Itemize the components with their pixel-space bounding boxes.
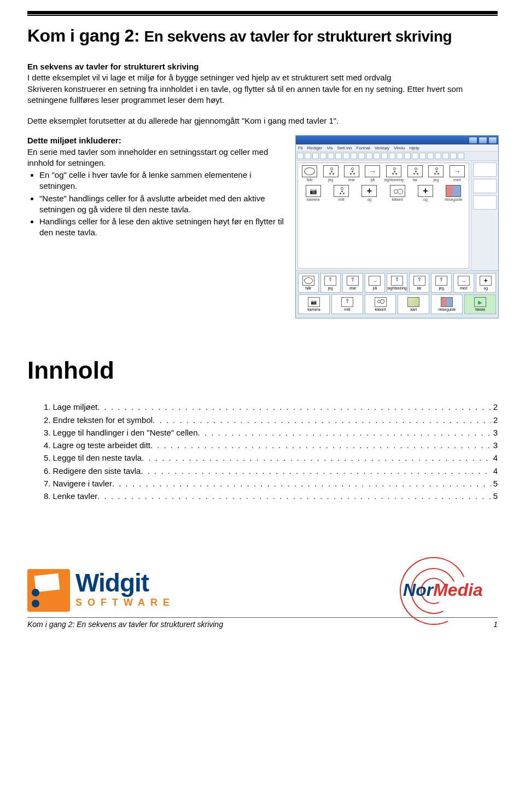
toc-title: Navigere i tavler — [53, 477, 112, 490]
toolbar-button-icon — [435, 153, 441, 159]
symbol-cell: drar — [342, 165, 361, 182]
toolbar-button-icon — [343, 153, 349, 159]
toc-heading: Innhold — [27, 357, 498, 384]
symbol-label: med — [453, 178, 461, 182]
widgit-mark-icon — [27, 569, 70, 612]
title-prefix: Kom i gang 2: — [27, 26, 139, 45]
toc-number: 3. — [44, 426, 51, 439]
toc-page: 3 — [491, 439, 498, 451]
symbol-cell: kamera — [300, 185, 326, 201]
includes-item: Handlings celler for å lese den aktive s… — [39, 216, 285, 239]
toc-entry: 5.Legge til den neste tavla 4 — [44, 451, 498, 464]
book-icon — [446, 185, 461, 197]
symbol-label: og — [423, 198, 428, 201]
stick-icon — [341, 297, 353, 307]
document-canvas: Nårjegdrarpåsightseeingtarjegmed kameram… — [298, 163, 469, 269]
grid-cell: kikkert — [365, 294, 396, 314]
toolbar-button-icon — [335, 153, 342, 159]
camera-icon — [306, 185, 321, 197]
app-screenshot: FilRedigerVisSett innFormatVerktøyVinduH… — [295, 135, 499, 318]
toc-leader-dots — [141, 465, 491, 477]
symbol-cell: og — [357, 185, 382, 201]
close-icon — [488, 137, 497, 144]
toc-page: 2 — [491, 401, 498, 413]
arrow-icon — [369, 276, 381, 286]
stick-icon — [391, 276, 403, 286]
grid-cell: og — [476, 273, 497, 293]
grid-cell-label: mitt — [344, 308, 350, 311]
widgit-logo: Widgit SOFTWARE — [27, 569, 175, 612]
toc-number: 7. — [44, 477, 51, 490]
grid-cell-label: Neste — [475, 308, 485, 311]
tool-box-icon — [473, 195, 497, 210]
grid-cell-label: kikkert — [375, 308, 386, 311]
symbol-label: jeg — [328, 178, 333, 182]
stick-icon — [347, 276, 359, 286]
toolbar-button-icon — [312, 153, 319, 159]
symbol-cell: tar — [406, 165, 424, 182]
toc-leader-dots — [150, 439, 491, 451]
symbol-label: Når — [307, 178, 313, 182]
toc-title: Lenke tavler — [53, 490, 98, 502]
toc-entry: 3.Legge til handlinger i den "Neste" cel… — [44, 426, 498, 439]
toolbar-button-icon — [427, 153, 434, 159]
includes-item: En "og" celle i hver tavle for å lenke s… — [39, 170, 285, 192]
symbol-cell: jeg — [321, 165, 340, 182]
minimize-icon — [469, 137, 477, 144]
toc-page: 5 — [491, 477, 498, 490]
grid-cell: med — [453, 273, 474, 293]
arrow-icon — [365, 165, 380, 177]
symbol-cell: mitt — [328, 185, 354, 201]
title-suffix: En sekvens av tavler for strukturert skr… — [144, 28, 452, 45]
grid-cell-label: jeg — [439, 286, 444, 290]
grid-cell: kart — [398, 294, 429, 314]
toc-leader-dots — [112, 477, 491, 490]
symbol-cell: og — [412, 185, 438, 201]
toc-entry: 6.Redigere den siste tavla 4 — [44, 465, 498, 477]
grid-cell-label: med — [460, 286, 468, 290]
toolbar-button-icon — [320, 153, 326, 159]
normedia-logo: NorMedia — [388, 568, 498, 612]
top-rule — [27, 11, 498, 16]
widgit-brand-text: Widgit — [75, 572, 175, 594]
menu-item: Rediger — [307, 146, 322, 150]
toc-number: 2. — [44, 414, 51, 426]
symbol-label: reiseguide — [445, 198, 462, 201]
grid-cell: jeg — [320, 273, 341, 293]
normedia-nor: Nor — [403, 580, 433, 600]
toc-title: Legge til den neste tavla — [53, 451, 142, 464]
intro-line-3: Dette eksemplet forutsetter at du allere… — [27, 115, 492, 126]
grid-cell: drar — [342, 273, 363, 293]
widgit-software-text: SOFTWARE — [75, 597, 175, 608]
grid-cell-label: jeg — [328, 286, 333, 290]
toc-entry: 8.Lenke tavler 5 — [44, 490, 498, 502]
symbol-label: tar — [413, 178, 417, 182]
intro-line-2: Skriveren konstruerer en setning fra inn… — [27, 84, 492, 106]
camera-icon — [308, 297, 320, 307]
toc-title: Legge til handlinger i den "Neste" celle… — [53, 426, 198, 439]
symbol-cell: kikkert — [384, 185, 410, 201]
grid-cell: tar — [409, 273, 430, 293]
footer-page-number: 1 — [493, 620, 498, 629]
grid-cell-label: tar — [417, 286, 422, 290]
symbol-cell: Når — [300, 165, 319, 182]
toolbar-button-icon — [374, 153, 380, 159]
symbol-cell: med — [448, 165, 466, 182]
toc-title: Lage miljøet — [53, 401, 98, 413]
symbol-cell: på — [363, 165, 382, 182]
toc-page: 4 — [491, 465, 498, 477]
toolbar-button-icon — [358, 153, 365, 159]
toc-title: Endre teksten for et symbol — [53, 414, 153, 426]
toc-leader-dots — [97, 490, 491, 502]
symbol-label: sightseeing — [384, 178, 404, 182]
arrow-icon — [450, 165, 465, 177]
toc-entry: 7.Navigere i tavler 5 — [44, 477, 498, 490]
grid-cell: reiseguide — [431, 294, 463, 314]
menu-bar: FilRedigerVisSett innFormatVerktøyVinduH… — [296, 144, 498, 151]
stick-icon — [344, 165, 359, 177]
toc-number: 1. — [44, 401, 51, 413]
toc-entry: 4.Lagre og teste arbeidet ditt 3 — [44, 439, 498, 451]
grid-cell: Neste — [464, 294, 496, 314]
stick-icon — [323, 165, 339, 177]
arrow-icon — [458, 276, 470, 286]
